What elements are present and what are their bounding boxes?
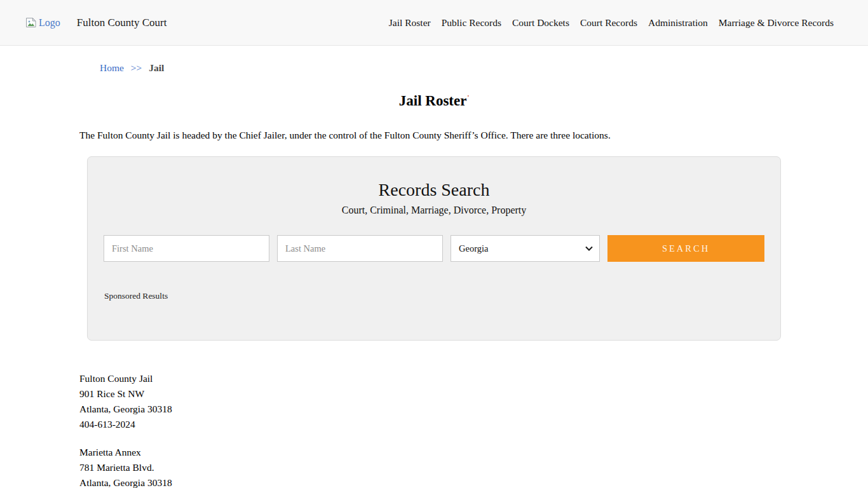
- logo[interactable]: Logo: [25, 17, 60, 29]
- location-phone: 404-613-2024: [79, 417, 868, 432]
- nav-item-court-records[interactable]: Court Records: [580, 17, 637, 29]
- intro-text: The Fulton County Jail is headed by the …: [79, 130, 868, 141]
- header: Logo Fulton County Court Jail Roster Pub…: [0, 0, 868, 46]
- first-name-input[interactable]: [104, 235, 269, 262]
- page-title-mark: ': [467, 94, 469, 101]
- location-address-line: 901 Rice St NW: [79, 386, 868, 402]
- broken-image-icon: [25, 17, 39, 28]
- breadcrumb-current: Jail: [149, 62, 164, 73]
- main-nav: Jail Roster Public Records Court Dockets…: [378, 17, 834, 29]
- search-button[interactable]: SEARCH: [607, 235, 764, 262]
- brand-group: Logo Fulton County Court: [25, 17, 166, 29]
- location-address-line: 781 Marietta Blvd.: [79, 460, 868, 475]
- records-search-panel: Records Search Court, Criminal, Marriage…: [87, 156, 781, 341]
- breadcrumb: Home >> Jail: [100, 62, 868, 74]
- location-block: Marietta Annex 781 Marietta Blvd. Atlant…: [79, 445, 868, 488]
- nav-item-administration[interactable]: Administration: [648, 17, 708, 29]
- nav-item-court-dockets[interactable]: Court Dockets: [512, 17, 569, 29]
- sponsored-results-label: Sponsored Results: [104, 291, 780, 301]
- records-search-title: Records Search: [88, 180, 780, 200]
- location-name: Fulton County Jail: [79, 371, 868, 386]
- location-address-line: Atlanta, Georgia 30318: [79, 475, 868, 488]
- breadcrumb-home-link[interactable]: Home: [100, 62, 124, 73]
- nav-item-public-records[interactable]: Public Records: [442, 17, 501, 29]
- location-block: Fulton County Jail 901 Rice St NW Atlant…: [79, 371, 868, 432]
- locations-section: Fulton County Jail 901 Rice St NW Atlant…: [79, 371, 868, 488]
- page-title: Jail Roster': [0, 93, 868, 109]
- location-address-line: Atlanta, Georgia 30318: [79, 402, 868, 417]
- records-search-subtitle: Court, Criminal, Marriage, Divorce, Prop…: [88, 205, 780, 216]
- location-name: Marietta Annex: [79, 445, 868, 460]
- logo-alt-text: Logo: [39, 17, 60, 29]
- brand-title: Fulton County Court: [77, 17, 167, 29]
- state-select-wrap: Georgia: [451, 235, 600, 262]
- state-select[interactable]: Georgia: [451, 235, 600, 262]
- breadcrumb-separator: >>: [131, 62, 142, 73]
- last-name-input[interactable]: [277, 235, 443, 262]
- nav-item-marriage-divorce[interactable]: Marriage & Divorce Records: [719, 17, 834, 29]
- page-title-text: Jail Roster: [399, 93, 467, 109]
- records-search-form: Georgia SEARCH: [104, 235, 764, 262]
- nav-item-jail-roster[interactable]: Jail Roster: [389, 17, 431, 29]
